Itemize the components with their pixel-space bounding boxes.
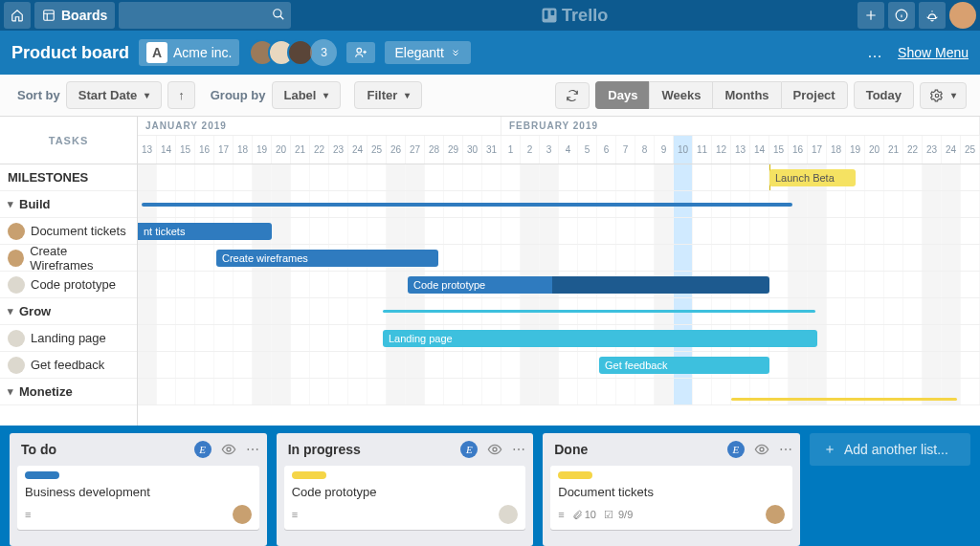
- list-menu-button[interactable]: ⋯: [512, 442, 525, 457]
- row-wireframes[interactable]: Create Wireframes: [0, 245, 137, 272]
- bar-monetize-summary[interactable]: [731, 398, 957, 401]
- day-cell: 26: [387, 136, 406, 164]
- add-list-button[interactable]: ＋ Add another list...: [810, 433, 970, 466]
- row-milestones[interactable]: MILESTONES: [0, 164, 137, 191]
- org-letter: A: [146, 42, 167, 63]
- plus-icon: ＋: [823, 441, 836, 458]
- day-cell: 24: [942, 136, 961, 164]
- gantt-timeline[interactable]: JANUARY 2019 FEBRUARY 2019 1314151617181…: [138, 117, 980, 426]
- show-menu-button[interactable]: Show Menu: [898, 45, 969, 60]
- sort-direction-button[interactable]: ↑: [167, 81, 195, 109]
- card-title: Business development: [25, 485, 252, 499]
- refresh-button[interactable]: [555, 82, 590, 109]
- day-cell: 22: [903, 136, 923, 164]
- svg-point-8: [227, 448, 231, 451]
- row-landing[interactable]: Landing page: [0, 325, 137, 352]
- invite-icon: [354, 46, 368, 59]
- org-badge[interactable]: A Acme inc.: [139, 39, 239, 66]
- list-inprogress: In progress E ⋯ Code prototype ≡: [277, 433, 534, 546]
- menu-dots: …: [867, 44, 882, 61]
- notifications-button[interactable]: [919, 2, 946, 29]
- card-label: [292, 471, 326, 479]
- search-input[interactable]: [119, 2, 291, 29]
- card-title: Document tickets: [558, 485, 785, 499]
- day-cell: 11: [693, 136, 712, 164]
- day-cell: 21: [291, 136, 310, 164]
- list-done: Done E ⋯ Document tickets ≡ 10 ☑ 9/9: [543, 433, 800, 546]
- row-doc-tickets[interactable]: Document tickets: [0, 218, 137, 245]
- day-cell: 16: [195, 136, 214, 164]
- month-row: JANUARY 2019 FEBRUARY 2019: [138, 117, 980, 136]
- view-project[interactable]: Project: [781, 81, 848, 109]
- bar-nt-tickets[interactable]: nt tickets: [138, 223, 272, 240]
- boards-button[interactable]: Boards: [34, 2, 115, 29]
- view-weeks[interactable]: Weeks: [649, 81, 712, 109]
- description-icon: ≡: [558, 509, 564, 520]
- filter-dropdown[interactable]: Filter: [354, 81, 422, 109]
- elegantt-icon[interactable]: E: [194, 441, 212, 458]
- sort-value-dropdown[interactable]: Start Date: [66, 81, 162, 109]
- card-code-proto[interactable]: Code prototype ≡: [284, 466, 526, 530]
- today-button[interactable]: Today: [854, 81, 914, 109]
- gantt-sidebar: TASKS MILESTONES ▾Build Document tickets…: [0, 117, 138, 426]
- bar-launch-beta[interactable]: Launch Beta: [769, 169, 856, 186]
- member-stack[interactable]: 3: [249, 39, 337, 66]
- view-months[interactable]: Months: [712, 81, 780, 109]
- chevron-down-icon: ▾: [8, 385, 13, 398]
- day-cell: 15: [769, 136, 789, 164]
- list-title[interactable]: To do: [17, 442, 194, 457]
- trello-logo[interactable]: Trello: [295, 6, 854, 26]
- day-cell: 20: [865, 136, 884, 164]
- settings-button[interactable]: [920, 82, 967, 109]
- bar-code-proto[interactable]: Code prototype: [408, 276, 769, 294]
- invite-button[interactable]: [346, 42, 375, 63]
- row-build[interactable]: ▾Build: [0, 191, 137, 218]
- elegantt-icon[interactable]: E: [727, 441, 745, 458]
- watch-icon[interactable]: [221, 442, 236, 457]
- month-jan: JANUARY 2019: [138, 117, 501, 135]
- avatar: [8, 357, 25, 374]
- view-days[interactable]: Days: [595, 81, 649, 109]
- bar-feedback[interactable]: Get feedback: [599, 357, 769, 374]
- card-business-dev[interactable]: Business development ≡: [17, 466, 259, 530]
- card-doc-tickets[interactable]: Document tickets ≡ 10 ☑ 9/9: [550, 466, 792, 530]
- bar-wireframes[interactable]: Create wireframes: [216, 250, 438, 267]
- day-cell: 5: [578, 136, 597, 164]
- avatar: [8, 250, 24, 267]
- user-avatar[interactable]: [949, 2, 976, 29]
- elegantt-icon[interactable]: E: [460, 441, 478, 458]
- day-cell: 29: [444, 136, 463, 164]
- tasks-header: TASKS: [0, 117, 137, 164]
- card-label: [25, 471, 59, 479]
- info-button[interactable]: [888, 2, 915, 29]
- row-feedback[interactable]: Get feedback: [0, 352, 137, 379]
- day-cell: 25: [368, 136, 387, 164]
- svg-rect-4: [551, 11, 555, 15]
- description-icon: ≡: [292, 509, 298, 520]
- bar-landing[interactable]: Landing page: [383, 330, 817, 347]
- list-menu-button[interactable]: ⋯: [779, 442, 792, 457]
- bar-grow-summary[interactable]: [383, 310, 815, 313]
- bar-build-summary[interactable]: [142, 203, 792, 207]
- list-title[interactable]: Done: [550, 442, 727, 457]
- day-cell: 19: [253, 136, 272, 164]
- search-icon: [272, 8, 285, 21]
- list-title[interactable]: In progress: [284, 442, 461, 457]
- row-grow[interactable]: ▾Grow: [0, 298, 137, 325]
- day-cell: 13: [731, 136, 750, 164]
- powerup-button[interactable]: Elegantt: [385, 41, 470, 64]
- group-value-dropdown[interactable]: Label: [272, 81, 342, 109]
- day-cell: 19: [846, 136, 865, 164]
- day-cell: 8: [635, 136, 655, 164]
- day-cell: 22: [310, 136, 329, 164]
- home-button[interactable]: [4, 2, 31, 29]
- watch-icon[interactable]: [487, 442, 502, 457]
- day-cell: 23: [923, 136, 942, 164]
- view-switcher: Days Weeks Months Project: [595, 81, 847, 109]
- row-monetize[interactable]: ▾Monetize: [0, 379, 137, 405]
- row-code-proto[interactable]: Code prototype: [0, 272, 137, 298]
- add-button[interactable]: [858, 2, 884, 29]
- watch-icon[interactable]: [754, 442, 769, 457]
- day-cell: 1: [501, 136, 521, 164]
- list-menu-button[interactable]: ⋯: [246, 442, 259, 457]
